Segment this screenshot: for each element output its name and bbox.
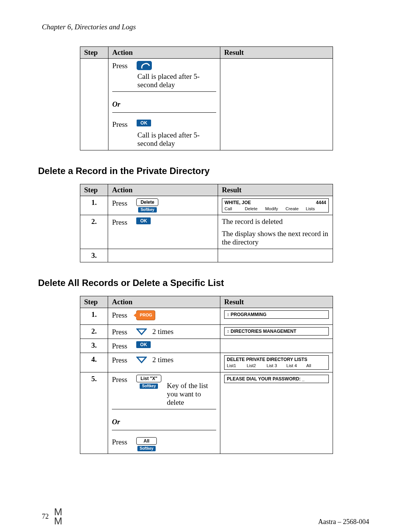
display-text: PROGRAMMING <box>231 312 266 317</box>
col-step: Step <box>80 296 108 308</box>
col-action: Action <box>108 184 218 196</box>
press-label: Press <box>112 341 131 350</box>
table-row: 2. Press 2 times ↕ DIRECTORIES MANAGEMEN… <box>80 325 333 339</box>
col-step: Step <box>80 184 108 196</box>
press-label: Press <box>112 61 131 70</box>
display-opt: List 4 <box>287 363 306 368</box>
page-number: 72 <box>42 513 49 521</box>
call-delay-text: Call is placed after 5-second delay <box>137 131 216 148</box>
display-text: DIRECTORIES MANAGEMENT <box>231 329 296 334</box>
down-arrow-icon <box>136 356 147 364</box>
press-label: Press <box>112 375 131 384</box>
section-title-delete-all: Delete All Records or Delete a Specific … <box>38 278 373 288</box>
two-times-text: 2 times <box>152 328 173 336</box>
phone-display: WHITE, JOE 4444 Call Delete Modify Creat… <box>222 198 329 212</box>
updown-icon: ↕ <box>227 312 229 317</box>
table-row: 3. Press OK <box>80 339 333 353</box>
phone-display: DELETE PRIVATE DIRECTORY LISTS List1 Lis… <box>224 355 329 369</box>
press-label: Press <box>112 198 131 208</box>
display-opt: List2 <box>247 363 266 368</box>
page-footer: 72 MM Aastra – 2568-004 <box>38 507 373 526</box>
table-delete-record: Step Action Result 1. Press Delete Softk… <box>80 184 333 262</box>
phone-display: ↕ PROGRAMMING <box>224 310 329 319</box>
all-softkey-icon: All <box>136 437 156 445</box>
press-label: Press <box>112 327 131 336</box>
prog-icon: PROG <box>136 310 155 320</box>
display-title: DELETE PRIVATE DIRECTORY LISTS <box>227 357 326 363</box>
delete-softkey-icon: Delete <box>136 198 158 206</box>
result-text: The display shows the next record in the… <box>222 230 329 246</box>
col-step: Step <box>80 47 108 59</box>
table-row: 1. Press Delete Softkey WHITE, JOE <box>80 196 333 215</box>
display-opt: Call <box>225 206 245 211</box>
col-result: Result <box>218 184 333 196</box>
display-name: WHITE, JOE <box>225 200 251 206</box>
doc-reference: Aastra – 2568-004 <box>318 518 369 526</box>
vendor-logo: MM <box>54 507 63 526</box>
chapter-header: Chapter 6, Directories and Logs <box>42 23 373 31</box>
table-row: 4. Press 2 times DELETE PRIVATE DIRECTOR… <box>80 353 333 372</box>
press-label: Press <box>112 310 131 320</box>
press-label: Press <box>112 217 131 227</box>
table-delete-all: Step Action Result 1. Press PROG <box>80 296 333 454</box>
display-opt: Modify <box>265 206 285 211</box>
col-result: Result <box>220 47 333 59</box>
softkey-badge: Softkey <box>140 383 158 389</box>
col-action: Action <box>108 47 220 59</box>
two-times-text: 2 times <box>152 356 173 364</box>
or-label: Or <box>112 99 216 110</box>
table-row: 3. <box>80 249 333 262</box>
display-opt: Lists <box>306 206 326 211</box>
press-label: Press <box>112 120 131 129</box>
softkey-badge: Softkey <box>137 446 156 451</box>
display-opt: List 3 <box>266 363 286 368</box>
table-row: 2. Press OK The record is deleted The di… <box>80 215 333 249</box>
display-opt: List1 <box>227 363 247 368</box>
display-opt: Create <box>285 206 306 211</box>
press-label: Press <box>112 355 131 364</box>
listx-softkey-icon: List "X" <box>136 375 161 382</box>
display-number: 4444 <box>316 200 326 206</box>
key-of-list-text: Key of the list you want to delete <box>167 375 216 407</box>
updown-icon: ↕ <box>227 329 229 334</box>
table-call-continuation: Step Action Result Press Call is placed … <box>80 46 333 150</box>
table-row: 1. Press PROG ↕ PROGRAMMING <box>80 308 333 325</box>
display-text: PLEASE DIAL YOUR PASSWORD: _ <box>227 376 304 382</box>
call-delay-text: Call is placed after 5-second delay <box>137 72 216 89</box>
press-label: Press <box>112 437 131 446</box>
down-arrow-icon <box>136 328 147 336</box>
softkey-badge: Softkey <box>138 207 156 212</box>
call-icon <box>137 61 152 70</box>
phone-display: ↕ DIRECTORIES MANAGEMENT <box>224 327 329 335</box>
col-action: Action <box>108 296 220 308</box>
section-title-delete-record: Delete a Record in the Private Directory <box>38 166 373 176</box>
ok-button-icon: OK <box>136 217 151 224</box>
display-opt: All <box>306 363 326 368</box>
ok-button-icon: OK <box>136 341 151 348</box>
svg-marker-0 <box>137 329 146 334</box>
svg-marker-1 <box>137 357 146 363</box>
ok-button-icon: OK <box>137 120 151 126</box>
result-text: The record is deleted <box>222 217 329 226</box>
phone-display: PLEASE DIAL YOUR PASSWORD: _ <box>224 375 329 383</box>
col-result: Result <box>220 296 333 308</box>
or-label: Or <box>112 416 216 428</box>
display-opt: Delete <box>245 206 265 211</box>
